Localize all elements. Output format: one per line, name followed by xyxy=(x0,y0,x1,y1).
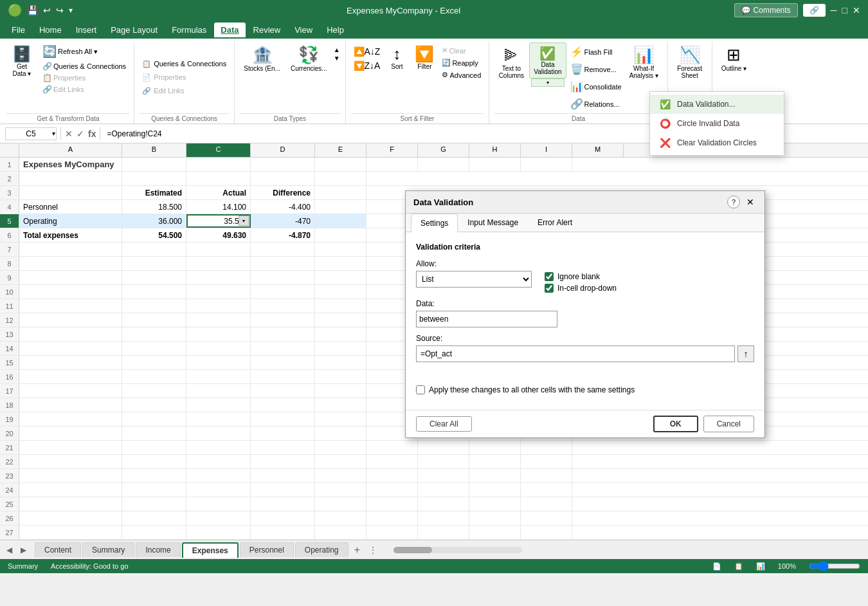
cell-b2[interactable] xyxy=(122,172,186,185)
comments-btn[interactable]: 💬 Comments xyxy=(734,3,797,17)
row-num-21[interactable]: 21 xyxy=(0,441,19,454)
cell-d2[interactable] xyxy=(251,172,315,185)
cell-c23[interactable] xyxy=(186,469,251,482)
row-num-1[interactable]: 1 xyxy=(0,158,19,171)
cell-i1[interactable] xyxy=(521,158,572,171)
cell-b14[interactable] xyxy=(122,342,186,355)
row-num-3[interactable]: 3 xyxy=(0,186,19,199)
cell-c5[interactable]: 35.530 ▾ xyxy=(186,214,251,228)
cell-d6[interactable]: -4.870 xyxy=(251,228,315,242)
cell-c27[interactable] xyxy=(186,526,251,539)
dialog-help-button[interactable]: ? xyxy=(727,196,740,208)
row-num-8[interactable]: 8 xyxy=(0,257,19,270)
menu-home[interactable]: Home xyxy=(33,23,68,37)
cell-b5[interactable]: 36.000 xyxy=(122,214,186,228)
dialog-tab-settings[interactable]: Settings xyxy=(411,214,458,232)
dialog-tab-error-alert[interactable]: Error Alert xyxy=(528,214,582,232)
cell-d14[interactable] xyxy=(251,342,315,355)
cell-c25[interactable] xyxy=(186,497,251,511)
col-header-i[interactable]: I xyxy=(521,143,572,157)
sort-button[interactable]: ↕ Sort xyxy=(384,42,410,73)
add-sheet-button[interactable]: + xyxy=(350,542,365,558)
cell-e8[interactable] xyxy=(315,257,366,270)
cell-h26[interactable] xyxy=(469,511,521,525)
cell-d21[interactable] xyxy=(251,441,315,454)
cell-e15[interactable] xyxy=(315,356,366,369)
menu-review[interactable]: Review xyxy=(247,23,287,37)
cell-b19[interactable] xyxy=(122,412,186,426)
cell-e1[interactable] xyxy=(315,158,366,171)
cell-b24[interactable] xyxy=(122,483,186,497)
dialog-tab-input-message[interactable]: Input Message xyxy=(458,214,528,232)
maximize-btn[interactable]: □ xyxy=(842,5,847,15)
cell-d17[interactable] xyxy=(251,384,315,398)
row-num-23[interactable]: 23 xyxy=(0,469,19,482)
cell-reference-input[interactable]: C5 xyxy=(5,127,57,140)
status-view-page-layout[interactable]: 📋 xyxy=(734,562,743,571)
cell-b26[interactable] xyxy=(122,511,186,525)
cell-c17[interactable] xyxy=(186,384,251,398)
allow-select[interactable]: List Any value Whole number Decimal Date… xyxy=(416,271,532,288)
more-commands-btn[interactable]: ▾ xyxy=(69,6,73,15)
reapply-button[interactable]: 🔄Reapply xyxy=(439,57,484,68)
cancel-formula-icon[interactable]: ✕ xyxy=(65,129,73,139)
row-num-9[interactable]: 9 xyxy=(0,271,19,284)
share-btn[interactable]: 🔗 xyxy=(803,4,826,17)
cell-b10[interactable] xyxy=(122,285,186,298)
cell-d7[interactable] xyxy=(251,243,315,256)
cell-c13[interactable] xyxy=(186,327,251,341)
cell-b16[interactable] xyxy=(122,370,186,383)
cell-e13[interactable] xyxy=(315,327,366,341)
cell-d4[interactable]: -4.400 xyxy=(251,200,315,214)
remove-duplicates-button[interactable]: 🗑️Remove... xyxy=(568,61,624,77)
cell-g22[interactable] xyxy=(418,455,469,468)
col-header-d[interactable]: D xyxy=(251,143,315,157)
in-cell-dropdown-checkbox[interactable] xyxy=(545,284,554,293)
cell-b12[interactable] xyxy=(122,313,186,327)
row-num-11[interactable]: 11 xyxy=(0,299,19,313)
sort-za-button[interactable]: 🔽Z↓A xyxy=(351,59,383,72)
cell-c7[interactable] xyxy=(186,243,251,256)
cell-e7[interactable] xyxy=(315,243,366,256)
cell-d10[interactable] xyxy=(251,285,315,298)
dropdown-item-data-validation[interactable]: ✅ Data Validation... xyxy=(650,95,784,114)
consolidate-button[interactable]: 📊Consolidate xyxy=(568,78,624,95)
sheet-tab-content[interactable]: Content xyxy=(35,542,81,557)
cell-a10[interactable] xyxy=(19,285,122,298)
cell-f27[interactable] xyxy=(366,526,418,539)
relationships-button[interactable]: 🔗Relations... xyxy=(568,96,624,112)
dropdown-item-circle-invalid[interactable]: ⭕ Circle Invalid Data xyxy=(650,114,784,133)
sheet-tab-income[interactable]: Income xyxy=(136,542,180,557)
col-header-e[interactable]: E xyxy=(315,143,366,157)
source-input[interactable]: =Opt_act xyxy=(416,345,735,362)
cell-d25[interactable] xyxy=(251,497,315,511)
cell-a7[interactable] xyxy=(19,243,122,256)
cell-e4[interactable] xyxy=(315,200,366,214)
col-header-b[interactable]: B xyxy=(122,143,186,157)
cell-d11[interactable] xyxy=(251,299,315,313)
cell-b27[interactable] xyxy=(122,526,186,539)
ok-button[interactable]: OK xyxy=(653,416,698,432)
cell-b25[interactable] xyxy=(122,497,186,511)
cell-c10[interactable] xyxy=(186,285,251,298)
cell-d12[interactable] xyxy=(251,313,315,327)
cell-c20[interactable] xyxy=(186,427,251,440)
row-num-13[interactable]: 13 xyxy=(0,327,19,341)
col-header-g[interactable]: G xyxy=(418,143,469,157)
cell-d18[interactable] xyxy=(251,398,315,412)
cell-c16[interactable] xyxy=(186,370,251,383)
cell-a19[interactable] xyxy=(19,412,122,426)
cell-b23[interactable] xyxy=(122,469,186,482)
cell-d20[interactable] xyxy=(251,427,315,440)
cell-f26[interactable] xyxy=(366,511,418,525)
cell-a11[interactable] xyxy=(19,299,122,313)
source-collapse-button[interactable]: ↑ xyxy=(737,345,754,362)
cell-c4[interactable]: 14.100 xyxy=(186,200,251,214)
col-header-m[interactable]: M xyxy=(572,143,624,157)
row-num-27[interactable]: 27 xyxy=(0,526,19,539)
cell-e3[interactable] xyxy=(315,186,366,199)
cell-b6[interactable]: 54.500 xyxy=(122,228,186,242)
row-num-18[interactable]: 18 xyxy=(0,398,19,412)
cell-e16[interactable] xyxy=(315,370,366,383)
cancel-button[interactable]: Cancel xyxy=(703,416,754,432)
